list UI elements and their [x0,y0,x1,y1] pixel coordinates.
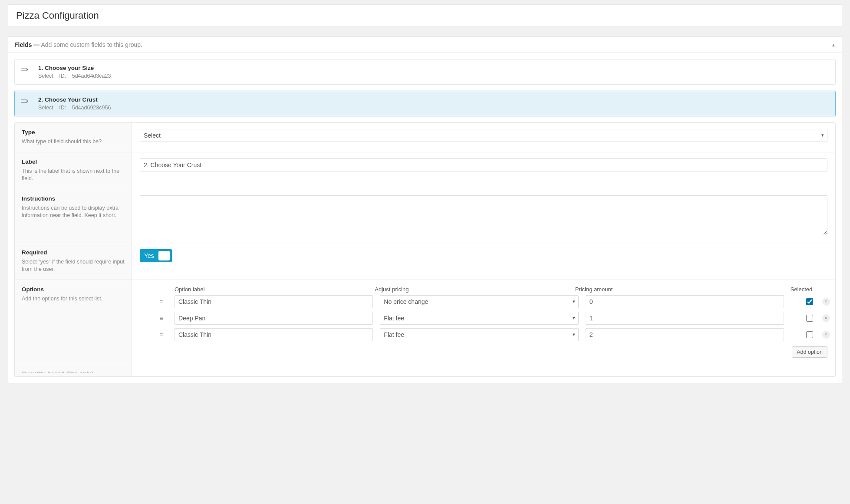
page-title-box: Pizza Configuration [8,4,842,27]
col-option-label: Option label [175,286,368,293]
pricing-mode-select[interactable]: Flat fee [380,328,578,341]
field-card[interactable]: 1. Choose your Size Select ID: 5d4ad64d3… [14,59,836,85]
selected-checkbox[interactable] [806,298,813,305]
field-meta: Select ID: 5d4ad64d3ca23 [38,73,111,79]
options-header-row: Option label Adjust pricing Pricing amou… [155,286,827,293]
col-adjust-pricing: Adjust pricing [375,286,568,293]
setting-desc: What type of field should this be? [22,138,125,146]
col-pricing-amount: Pricing amount [575,286,768,293]
field-id-label: ID: [59,73,66,79]
col-selected: Selected [775,286,827,293]
drag-icon[interactable] [21,67,30,72]
option-row: ≡Flat fee× [155,312,836,325]
remove-option-button[interactable]: × [822,298,830,306]
pricing-amount-input[interactable] [586,328,784,341]
field-type: Select [38,73,53,79]
field-meta: Select ID: 5d4ad6923c956 [38,105,111,111]
setting-row-required: Required Select "yes" if the field shoul… [15,243,835,280]
field-id: 5d4ad6923c956 [72,105,111,111]
fields-heading-muted: Add some custom fields to this group. [41,41,142,48]
setting-label: Options [22,286,125,293]
fields-panel-header: Fields — Add some custom fields to this … [8,37,842,53]
setting-desc: This is the label that is shown next to … [22,168,125,183]
fields-panel-heading: Fields — Add some custom fields to this … [14,41,142,48]
type-select[interactable]: Select [140,129,827,142]
setting-row-label: Label This is the label that is shown ne… [15,152,835,189]
svg-rect-3 [27,101,28,102]
add-option-button[interactable]: Add option [792,346,827,358]
selected-checkbox[interactable] [806,331,813,338]
setting-row-options: Options Add the options for this select … [15,280,835,364]
pricing-mode-select[interactable]: Flat fee [380,312,578,325]
fields-heading-bold: Fields — [14,41,40,48]
option-label-input[interactable] [175,328,373,341]
settings-table: Type What type of field should this be? … [14,122,836,377]
field-id-label: ID: [59,105,66,111]
pricing-amount-input[interactable] [586,312,784,325]
collapse-icon[interactable]: ▲ [831,43,836,47]
setting-label: Quantity-based (Pro only) [22,370,125,373]
option-label-input[interactable] [175,312,373,325]
pricing-amount-input[interactable] [586,295,784,308]
setting-row-quantity: Quantity-based (Pro only) [15,364,835,376]
field-id: 5d4ad64d3ca23 [72,73,111,79]
remove-option-button[interactable]: × [822,331,830,339]
option-label-input[interactable] [175,295,373,308]
setting-desc: Add the options for this select list. [22,295,125,303]
fields-panel-body: 1. Choose your Size Select ID: 5d4ad64d3… [8,53,842,383]
field-type: Select [38,105,53,111]
svg-rect-2 [21,100,27,102]
options-rows: ≡No price change×≡Flat fee×≡Flat fee× [155,295,836,341]
remove-option-button[interactable]: × [822,314,830,322]
setting-label: Label [22,158,125,165]
drag-handle-icon[interactable]: ≡ [155,315,168,322]
setting-row-instructions: Instructions Instructions can be used to… [15,189,835,243]
page-title: Pizza Configuration [16,10,834,21]
setting-desc: Select "yes" if the field should require… [22,258,125,273]
setting-label: Required [22,249,125,256]
svg-rect-1 [27,69,28,70]
field-title: 2. Choose Your Crust [38,96,111,103]
field-title: 1. Choose your Size [38,65,111,71]
toggle-knob [158,251,170,260]
required-toggle[interactable]: Yes [140,249,172,262]
setting-label: Instructions [22,195,125,202]
fields-panel: Fields — Add some custom fields to this … [8,36,842,383]
label-input[interactable] [140,158,827,171]
setting-row-type: Type What type of field should this be? … [15,123,835,152]
svg-rect-0 [21,68,27,71]
instructions-textarea[interactable] [140,195,827,235]
required-toggle-label: Yes [144,252,154,259]
pricing-mode-select[interactable]: No price change [380,295,578,308]
setting-label: Type [22,129,125,135]
field-card-active[interactable]: 2. Choose Your Crust Select ID: 5d4ad692… [14,91,836,116]
option-row: ≡Flat fee× [155,328,836,341]
drag-icon[interactable] [21,99,30,104]
selected-checkbox[interactable] [806,315,813,322]
setting-desc: Instructions can be used to display extr… [22,204,125,220]
drag-handle-icon[interactable]: ≡ [155,298,168,305]
option-row: ≡No price change× [155,295,836,308]
drag-handle-icon[interactable]: ≡ [155,331,168,338]
